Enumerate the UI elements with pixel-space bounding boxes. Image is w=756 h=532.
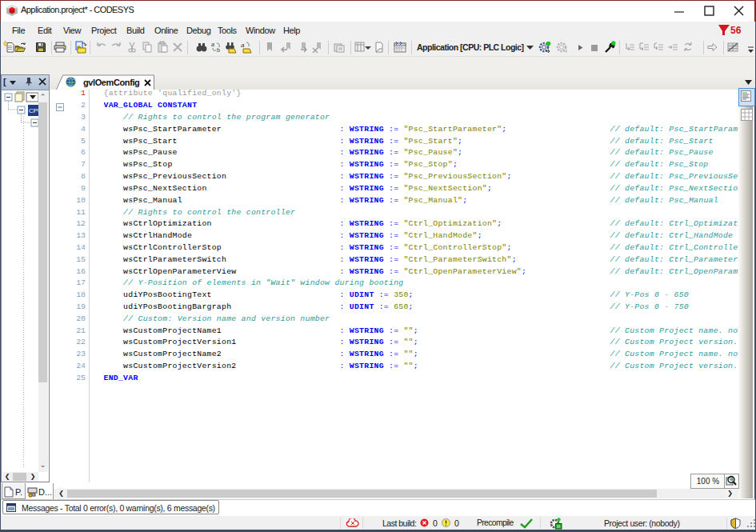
svg-text:CPU: CPU <box>29 107 38 114</box>
svg-text:b: b <box>217 47 220 53</box>
svg-text:a: a <box>211 42 214 47</box>
svg-text:a: a <box>241 42 245 49</box>
